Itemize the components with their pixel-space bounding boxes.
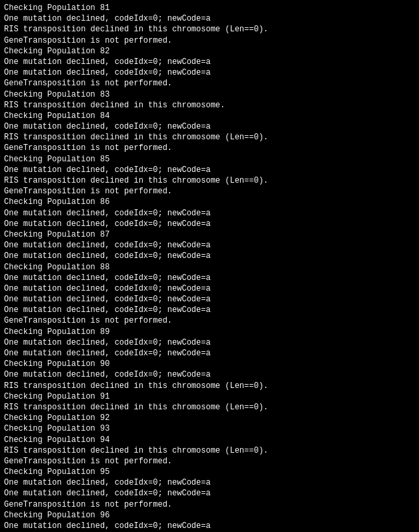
terminal-line: GeneTransposition is not performed.	[4, 499, 415, 510]
terminal-line: GeneTransposition is not performed.	[4, 35, 415, 46]
terminal-line: One mutation declined, codeIdx=0; newCod…	[4, 273, 415, 283]
terminal-line: GeneTransposition is not performed.	[4, 78, 415, 89]
terminal-line: Checking Population 82	[4, 46, 415, 57]
terminal-line: Checking Population 85	[4, 154, 415, 165]
terminal-line: One mutation declined, codeIdx=0; newCod…	[4, 488, 415, 499]
terminal-line: Checking Population 83	[4, 89, 415, 100]
terminal-line: GeneTransposition is not performed.	[4, 456, 415, 467]
terminal-line: Checking Population 94	[4, 435, 415, 445]
terminal-line: RIS transposition declined in this chrom…	[4, 132, 415, 143]
terminal-line: One mutation declined, codeIdx=0; newCod…	[4, 57, 415, 67]
terminal-line: GeneTransposition is not performed.	[4, 143, 415, 153]
terminal-line: One mutation declined, codeIdx=0; newCod…	[4, 251, 415, 261]
terminal-line: Checking Population 86	[4, 197, 415, 207]
terminal-line: One mutation declined, codeIdx=0; newCod…	[4, 67, 415, 78]
terminal-line: One mutation declined, codeIdx=0; newCod…	[4, 165, 415, 175]
terminal-output: Checking Population 81One mutation decli…	[0, 0, 419, 532]
terminal-line: One mutation declined, codeIdx=0; newCod…	[4, 305, 415, 315]
terminal-line: One mutation declined, codeIdx=0; newCod…	[4, 477, 415, 488]
terminal-line: Checking Population 96	[4, 510, 415, 521]
terminal-line: Checking Population 93	[4, 423, 415, 434]
terminal-line: Checking Population 87	[4, 229, 415, 240]
terminal-line: One mutation declined, codeIdx=0; newCod…	[4, 13, 415, 24]
terminal-line: Checking Population 95	[4, 467, 415, 477]
terminal-line: RIS transposition declined in this chrom…	[4, 175, 415, 186]
terminal-line: One mutation declined, codeIdx=0; newCod…	[4, 240, 415, 251]
terminal-line: One mutation declined, codeIdx=0; newCod…	[4, 348, 415, 359]
terminal-line: GeneTransposition is not performed.	[4, 315, 415, 326]
terminal-line: Checking Population 88	[4, 262, 415, 273]
terminal-line: One mutation declined, codeIdx=0; newCod…	[4, 208, 415, 219]
terminal-line: RIS transposition declined in this chrom…	[4, 24, 415, 35]
terminal-line: RIS transposition declined in this chrom…	[4, 381, 415, 391]
terminal-line: Checking Population 92	[4, 413, 415, 423]
terminal-line: One mutation declined, codeIdx=0; newCod…	[4, 294, 415, 305]
terminal-line: Checking Population 89	[4, 327, 415, 337]
terminal-line: Checking Population 91	[4, 391, 415, 402]
terminal-line: RIS transposition declined in this chrom…	[4, 100, 415, 111]
terminal-line: One mutation declined, codeIdx=0; newCod…	[4, 219, 415, 229]
terminal-line: One mutation declined, codeIdx=0; newCod…	[4, 337, 415, 348]
terminal-line: Checking Population 90	[4, 359, 415, 369]
terminal-line: GeneTransposition is not performed.	[4, 186, 415, 197]
terminal-line: One mutation declined, codeIdx=0; newCod…	[4, 369, 415, 380]
terminal-line: RIS transposition declined in this chrom…	[4, 402, 415, 413]
terminal-line: One mutation declined, codeIdx=0; newCod…	[4, 283, 415, 294]
terminal-line: Checking Population 84	[4, 111, 415, 121]
terminal-line: Checking Population 81	[4, 3, 415, 13]
terminal-line: One mutation declined, codeIdx=0; newCod…	[4, 121, 415, 132]
terminal-line: RIS transposition declined in this chrom…	[4, 445, 415, 456]
terminal-line: One mutation declined, codeIdx=0; newCod…	[4, 521, 415, 531]
